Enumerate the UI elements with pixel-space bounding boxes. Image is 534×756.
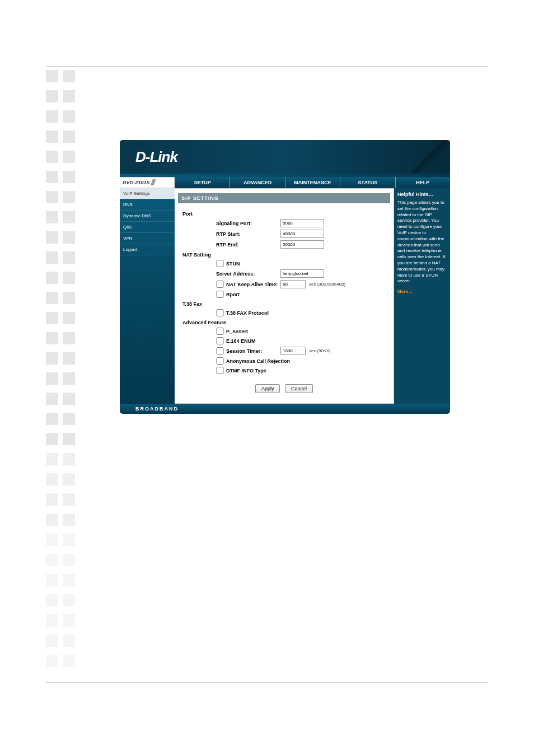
- tab-status[interactable]: STATUS: [340, 177, 395, 188]
- help-panel: Helpful Hints… This page allows you to s…: [394, 188, 450, 404]
- footer-bar: BROADBAND: [120, 404, 450, 414]
- label-session-timer: Session Timer:: [226, 348, 280, 354]
- label-t38: T.38 FAX Protocol: [226, 310, 269, 316]
- checkbox-e164[interactable]: [216, 337, 224, 344]
- checkbox-dtmf[interactable]: [216, 367, 224, 374]
- top-nav: DVG-2101S/// SETUP ADVANCED MAINTENANCE …: [120, 177, 450, 188]
- checkbox-t38[interactable]: [216, 309, 224, 316]
- cancel-button[interactable]: Cancel: [285, 384, 313, 393]
- footer-text: BROADBAND: [135, 406, 179, 412]
- sidebar-item-dns[interactable]: DNS: [120, 199, 175, 211]
- help-heading: Helpful Hints…: [397, 192, 447, 197]
- decorative-squares: [46, 70, 75, 675]
- tab-setup[interactable]: SETUP: [175, 177, 229, 188]
- checkbox-rport[interactable]: [216, 291, 224, 298]
- checkbox-passert[interactable]: [216, 328, 224, 335]
- main-panel: SIP SETTING Port Signaling Port: RTP Sta…: [175, 188, 394, 404]
- apply-button[interactable]: Apply: [255, 384, 280, 393]
- checkbox-anon-reject[interactable]: [216, 357, 224, 365]
- input-rtp-end[interactable]: [280, 240, 324, 249]
- checkbox-stun[interactable]: [216, 260, 224, 267]
- label-rport: Rport: [226, 292, 240, 297]
- label-server-address: Server Address:: [216, 271, 280, 277]
- sidebar-item-voip[interactable]: VoIP Settings: [120, 188, 175, 199]
- sidebar: VoIP Settings DNS Dynamic DNS QoS VPN Lo…: [120, 188, 175, 404]
- label-signaling-port: Signaling Port:: [216, 221, 280, 226]
- group-nat: NAT Setting: [182, 252, 387, 258]
- header-bar: D-Link: [120, 140, 450, 174]
- checkbox-nat-keepalive[interactable]: [216, 281, 224, 288]
- input-session-timer[interactable]: [280, 347, 306, 355]
- tab-advanced[interactable]: ADVANCED: [229, 177, 284, 188]
- sidebar-item-logout[interactable]: Logout: [120, 244, 175, 255]
- label-dtmf: DTMF INFO Type: [226, 368, 266, 374]
- sidebar-item-vpn[interactable]: VPN: [120, 233, 175, 244]
- label-passert: P_Assert: [226, 329, 248, 334]
- checkbox-session-timer[interactable]: [216, 347, 224, 354]
- help-text: This page allows you to set the configur…: [397, 200, 447, 284]
- divider-top: [46, 66, 488, 67]
- section-heading: SIP SETTING: [178, 193, 390, 203]
- brand-logo: D-Link: [135, 148, 177, 166]
- label-e164: E.164 ENUM: [226, 338, 256, 344]
- group-t38: T.38 Fax: [182, 301, 387, 307]
- help-more-link[interactable]: More…: [397, 289, 413, 294]
- sidebar-item-qos[interactable]: QoS: [120, 222, 175, 233]
- group-port: Port: [182, 211, 387, 217]
- label-rtp-start: RTP Start:: [216, 231, 280, 237]
- router-admin-window: D-Link DVG-2101S/// SETUP ADVANCED MAINT…: [120, 140, 450, 414]
- input-rtp-start[interactable]: [280, 230, 324, 238]
- label-stun: STUN: [226, 261, 240, 267]
- model-slash-icon: ///: [151, 178, 154, 187]
- label-nat-keepalive: NAT Keep Alive Time:: [226, 282, 280, 287]
- input-nat-keepalive[interactable]: [280, 280, 306, 288]
- suffix-session-timer: sec (90≤X): [309, 348, 331, 353]
- group-advanced: Advanced Feature: [182, 320, 387, 325]
- label-rtp-end: RTP End:: [216, 242, 280, 248]
- tab-help[interactable]: HELP: [395, 177, 450, 188]
- model-text: DVG-2101S: [123, 180, 150, 185]
- suffix-nat-keepalive: sec (30≤X≤86400): [309, 282, 345, 287]
- input-signaling-port[interactable]: [280, 219, 324, 227]
- sidebar-item-dyndns[interactable]: Dynamic DNS: [120, 211, 175, 222]
- divider-bottom: [46, 682, 488, 683]
- label-anon-reject: Anonymous Call Rejection: [226, 358, 290, 364]
- model-label: DVG-2101S///: [120, 177, 175, 188]
- tab-maintenance[interactable]: MAINTENANCE: [285, 177, 340, 188]
- input-server-address[interactable]: [280, 269, 324, 278]
- sidebar-fill: [120, 255, 175, 395]
